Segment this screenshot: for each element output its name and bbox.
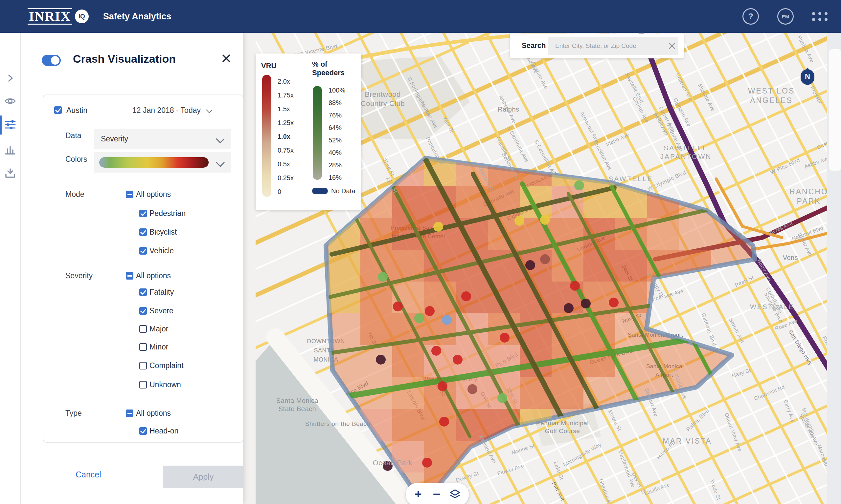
crash-dot[interactable] bbox=[570, 281, 580, 291]
map-label: Ocean Park bbox=[373, 459, 413, 467]
legend-tick: 0.5x bbox=[278, 160, 290, 168]
all-options-label: All options bbox=[136, 190, 171, 199]
cancel-button[interactable]: Cancel bbox=[75, 470, 101, 480]
option-label: Fatality bbox=[150, 288, 174, 296]
crash-dot[interactable] bbox=[581, 299, 591, 308]
apply-button[interactable]: Apply bbox=[163, 466, 244, 488]
crash-dot[interactable] bbox=[467, 384, 477, 394]
fatality-checkbox[interactable] bbox=[139, 288, 147, 296]
speeders-legend-title: % of Speeders bbox=[312, 60, 345, 77]
crash-dot[interactable] bbox=[439, 417, 449, 427]
legend-tick: 1.5x bbox=[278, 105, 290, 113]
data-field-label: Data bbox=[65, 131, 82, 140]
group-label-severity: Severity bbox=[65, 271, 93, 280]
legend-tick: 52% bbox=[328, 137, 342, 144]
panel-title: Crash Visualization bbox=[73, 53, 176, 65]
crash-dot[interactable] bbox=[500, 333, 510, 343]
legend-tick: 0 bbox=[278, 188, 281, 196]
eye-icon[interactable] bbox=[0, 92, 20, 110]
chevron-right-icon[interactable] bbox=[0, 69, 20, 87]
vehicle-checkbox[interactable] bbox=[139, 247, 147, 255]
legend-tick: 100% bbox=[328, 87, 345, 94]
speeders-gradient-bar bbox=[313, 86, 322, 180]
option-label: Head-on bbox=[150, 427, 178, 435]
complaint-checkbox[interactable] bbox=[139, 362, 147, 370]
option-label: Severe bbox=[150, 306, 173, 315]
all-options-label: All options bbox=[136, 271, 171, 280]
crash-dot[interactable] bbox=[393, 302, 403, 311]
iq-badge: IQ bbox=[75, 10, 89, 23]
crash-dot[interactable] bbox=[453, 355, 463, 364]
date-range-value[interactable]: 12 Jan 2018 - Today bbox=[132, 106, 201, 115]
crash-dot[interactable] bbox=[378, 272, 388, 282]
bicyclist-checkbox[interactable] bbox=[139, 228, 147, 236]
crash-dot[interactable] bbox=[433, 222, 443, 232]
type-all-options-checkbox[interactable] bbox=[126, 410, 133, 417]
vru-legend-title: VRU bbox=[261, 62, 276, 70]
help-icon[interactable]: ? bbox=[742, 8, 759, 24]
crash-dot[interactable] bbox=[376, 355, 386, 364]
option-label: Bicyclist bbox=[150, 228, 177, 237]
crash-dot[interactable] bbox=[540, 215, 550, 225]
crash-dot[interactable] bbox=[422, 458, 432, 468]
crash-dot[interactable] bbox=[461, 291, 471, 301]
data-select[interactable]: Severity bbox=[93, 129, 231, 149]
crash-dot[interactable] bbox=[425, 306, 435, 316]
crash-visualization-toggle[interactable] bbox=[42, 55, 61, 66]
map-label: Vons bbox=[783, 254, 798, 261]
austin-checkbox[interactable] bbox=[54, 106, 62, 114]
inrix-logo[interactable]: INRIX IQ bbox=[28, 8, 89, 24]
legend-tick: 1.0x bbox=[278, 133, 290, 141]
head-on-checkbox[interactable] bbox=[139, 427, 147, 435]
chevron-down-icon[interactable] bbox=[206, 107, 212, 113]
data-select-value: Severity bbox=[101, 134, 128, 143]
no-data-swatch bbox=[312, 188, 328, 194]
avatar[interactable]: EM bbox=[777, 8, 794, 24]
crash-dot[interactable] bbox=[431, 346, 441, 356]
severe-checkbox[interactable] bbox=[139, 307, 147, 315]
crash-dot[interactable] bbox=[497, 393, 507, 403]
legend-tick: 40% bbox=[328, 149, 342, 157]
bar-chart-icon[interactable] bbox=[0, 141, 20, 160]
severity-all-options-checkbox[interactable] bbox=[126, 272, 133, 280]
map-zoom-controls: + − bbox=[406, 483, 469, 504]
zoom-in-button[interactable]: + bbox=[412, 488, 425, 501]
apps-grid-icon[interactable] bbox=[812, 12, 828, 21]
unknown-checkbox[interactable] bbox=[139, 381, 147, 389]
crash-dot[interactable] bbox=[525, 260, 535, 270]
zoom-out-button[interactable]: − bbox=[430, 488, 443, 501]
search-clear-icon[interactable] bbox=[668, 42, 676, 50]
close-icon[interactable] bbox=[220, 53, 232, 64]
legend-tick: 1.25x bbox=[278, 119, 294, 127]
pedestrian-checkbox[interactable] bbox=[139, 210, 147, 217]
crash-dot[interactable] bbox=[564, 303, 573, 313]
crash-dot[interactable] bbox=[609, 298, 619, 307]
mode-all-options-checkbox[interactable] bbox=[126, 191, 133, 198]
major-checkbox[interactable] bbox=[139, 325, 147, 333]
no-data-label: No Data bbox=[331, 187, 355, 195]
safety-analytics-app: { "header": { "brand": "INRIX", "brand_b… bbox=[0, 0, 841, 504]
crash-dot[interactable] bbox=[540, 254, 550, 264]
layers-icon[interactable] bbox=[448, 488, 462, 501]
top-navbar: INRIX IQ Safety Analytics ? EM bbox=[0, 0, 841, 33]
option-label: Pedestrian bbox=[150, 209, 186, 218]
legend-tick: 88% bbox=[328, 99, 342, 107]
colors-select[interactable] bbox=[93, 152, 231, 173]
legend-tick: 0.25x bbox=[278, 174, 294, 182]
minor-checkbox[interactable] bbox=[139, 343, 147, 351]
download-icon[interactable] bbox=[0, 164, 20, 182]
region-label: Austin bbox=[66, 106, 87, 115]
map-legend: VRU % of Speeders 2.0x1.75x1.5x1.25x1.0x… bbox=[256, 53, 361, 210]
crash-dot[interactable] bbox=[437, 381, 447, 391]
colors-field-label: Colors bbox=[65, 155, 87, 164]
legend-tick: 0.75x bbox=[278, 147, 294, 154]
group-label-mode: Mode bbox=[65, 190, 84, 199]
crash-dot[interactable] bbox=[442, 315, 452, 325]
search-input[interactable] bbox=[548, 37, 678, 55]
crash-dot[interactable] bbox=[514, 216, 524, 226]
crash-dot[interactable] bbox=[574, 180, 584, 190]
legend-tick: 76% bbox=[328, 111, 342, 119]
sliders-icon[interactable] bbox=[0, 115, 20, 134]
color-gradient-swatch bbox=[99, 157, 209, 168]
crash-dot[interactable] bbox=[414, 313, 424, 323]
